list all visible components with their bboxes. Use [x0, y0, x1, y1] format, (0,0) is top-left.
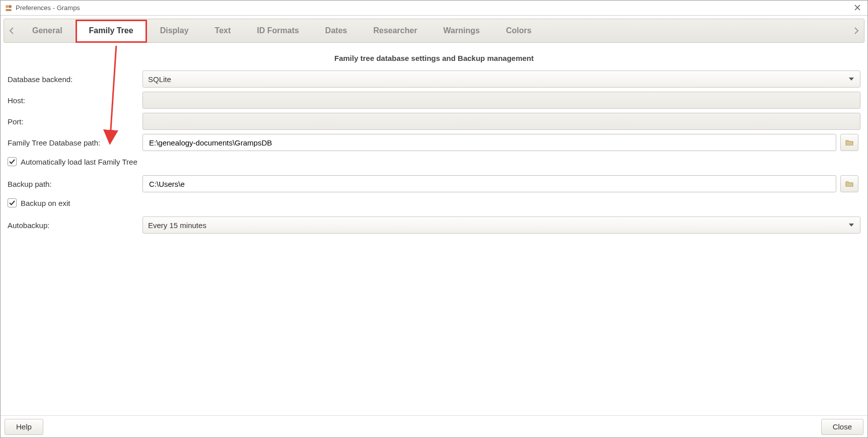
label-autobackup: Autobackup: — [8, 221, 138, 230]
label-host: Host: — [8, 96, 138, 105]
tab-text[interactable]: Text — [202, 19, 244, 42]
folder-icon — [845, 181, 853, 187]
tab-label: Family Tree — [89, 26, 133, 35]
tab-label: Display — [160, 26, 189, 35]
svg-point-1 — [9, 5, 12, 8]
tab-dates[interactable]: Dates — [312, 19, 360, 42]
tab-label: Dates — [325, 26, 347, 35]
window-title: Preferences - Gramps — [16, 4, 80, 12]
autobackup-select[interactable]: Every 15 minutes — [142, 216, 860, 234]
content-area: Family tree database settings and Backup… — [1, 46, 867, 415]
tab-label: Text — [215, 26, 231, 35]
tab-label: Researcher — [373, 26, 417, 35]
label-backup-path: Backup path: — [8, 180, 138, 188]
tab-display[interactable]: Display — [147, 19, 202, 42]
backup-on-exit-checkbox[interactable] — [8, 198, 17, 207]
titlebar: Preferences - Gramps — [1, 1, 867, 16]
tab-label: General — [32, 26, 62, 35]
tab-bar: General Family Tree Display Text ID Form… — [4, 19, 864, 43]
db-path-input[interactable] — [142, 134, 836, 151]
backup-on-exit-label: Backup on exit — [21, 199, 70, 207]
help-button[interactable]: Help — [5, 419, 43, 435]
svg-rect-2 — [6, 9, 12, 11]
tab-researcher[interactable]: Researcher — [360, 19, 430, 42]
label-db-path: Family Tree Database path: — [8, 138, 138, 147]
help-button-label: Help — [16, 422, 32, 431]
db-path-field[interactable] — [148, 134, 831, 151]
close-button[interactable]: Close — [821, 419, 863, 435]
db-path-browse-button[interactable] — [840, 134, 858, 151]
port-input[interactable] — [142, 113, 860, 130]
autobackup-value: Every 15 minutes — [148, 221, 206, 230]
label-port: Port: — [8, 117, 138, 126]
app-icon — [5, 4, 13, 12]
backup-path-input[interactable] — [142, 175, 836, 192]
svg-point-0 — [6, 5, 9, 8]
section-title: Family tree database settings and Backup… — [8, 54, 860, 62]
tab-label: ID Formats — [257, 26, 299, 35]
host-input[interactable] — [142, 92, 860, 109]
tab-warnings[interactable]: Warnings — [430, 19, 493, 42]
close-button-label: Close — [833, 422, 852, 431]
tab-id-formats[interactable]: ID Formats — [244, 19, 312, 42]
autoload-label: Automatically load last Family Tree — [21, 158, 137, 166]
tab-family-tree[interactable]: Family Tree — [76, 20, 147, 43]
tab-scroll-left[interactable] — [4, 19, 19, 42]
database-backend-value: SQLite — [148, 75, 171, 84]
button-bar: Help Close — [1, 415, 867, 437]
check-icon — [9, 158, 16, 165]
check-icon — [9, 199, 16, 206]
tab-scroll-right[interactable] — [849, 19, 864, 42]
label-database-backend: Database backend: — [8, 75, 138, 84]
autoload-checkbox[interactable] — [8, 157, 17, 166]
folder-icon — [845, 139, 853, 145]
backup-path-field[interactable] — [148, 176, 831, 192]
backup-path-browse-button[interactable] — [840, 175, 858, 192]
tab-label: Warnings — [444, 26, 480, 35]
tab-general[interactable]: General — [19, 19, 76, 42]
close-icon[interactable] — [851, 3, 863, 14]
tab-colors[interactable]: Colors — [493, 19, 545, 42]
preferences-window: Preferences - Gramps General Family Tree… — [0, 0, 868, 438]
tab-label: Colors — [506, 26, 532, 35]
database-backend-select[interactable]: SQLite — [142, 70, 860, 88]
